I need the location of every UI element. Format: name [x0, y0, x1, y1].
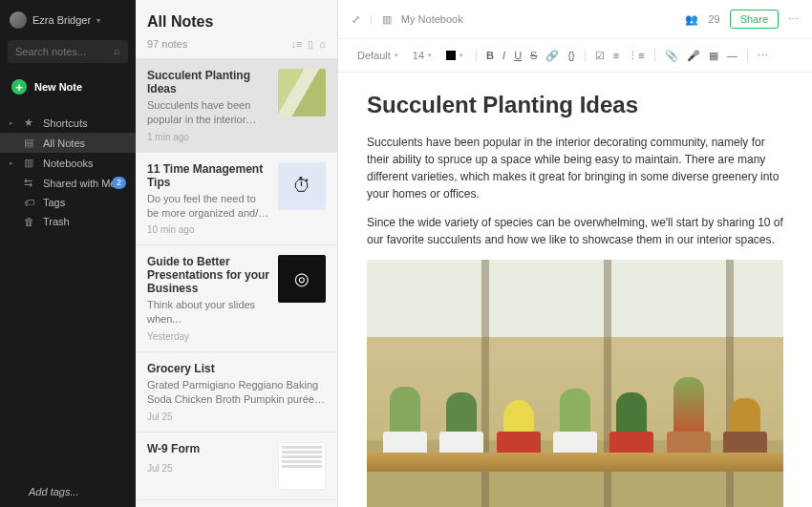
note-thumbnail: ⏱: [278, 162, 326, 210]
note-title: 11 Time Management Tips: [147, 162, 270, 189]
audio-icon[interactable]: 🎤: [684, 48, 703, 64]
note-title: Grocery List: [147, 362, 326, 375]
note-time: Yesterday: [147, 331, 270, 342]
nav-label: Notebooks: [43, 158, 94, 169]
nav-notebooks[interactable]: ▸ ▥ Notebooks: [0, 153, 136, 173]
more-icon[interactable]: ⋯: [788, 13, 799, 26]
underline-icon[interactable]: U: [511, 48, 524, 63]
nav-tags[interactable]: 🏷 Tags: [0, 193, 136, 212]
fontsize-dropdown[interactable]: 14▾: [407, 47, 438, 64]
people-icon: 👥: [685, 13, 698, 26]
bold-icon[interactable]: B: [483, 48, 497, 63]
nav-label: All Notes: [43, 137, 85, 149]
chevron-down-icon: ▾: [96, 16, 100, 25]
note-item[interactable]: Succulent Planting Ideas Succulents have…: [136, 59, 337, 153]
notes-title: All Notes: [136, 0, 337, 38]
table-icon[interactable]: ▦: [706, 48, 721, 64]
notes-count: 97 notes: [147, 38, 187, 51]
code-icon[interactable]: {}: [565, 48, 577, 63]
view-icon[interactable]: ▯: [308, 38, 313, 51]
plus-icon: +: [11, 79, 27, 95]
document-title[interactable]: Succulent Planting Ideas: [367, 92, 783, 118]
nav-label: Trash: [43, 216, 70, 227]
note-icon: ▤: [24, 137, 35, 149]
numbered-list-icon[interactable]: ⋮≡: [625, 48, 647, 64]
color-dropdown[interactable]: ▾: [440, 48, 469, 63]
nav-trash[interactable]: 🗑 Trash: [0, 212, 136, 231]
editor-header: ⤢ | ▥ My Notebook 👥 29 Share ⋯: [338, 0, 812, 39]
paragraph[interactable]: Succulents have been popular in the inte…: [367, 134, 783, 202]
notebook-icon: ▥: [382, 13, 392, 26]
notes-subheader: 97 notes ↓≡ ▯ ⌂: [136, 38, 337, 59]
note-time: Jul 25: [147, 463, 270, 474]
nav-shared[interactable]: ⇆ Shared with Me 2: [0, 173, 136, 193]
trash-icon: 🗑: [24, 216, 35, 227]
nav-label: Shared with Me: [43, 178, 116, 189]
chevron-down-icon: ▾: [428, 52, 432, 59]
editor-body[interactable]: Succulent Planting Ideas Succulents have…: [338, 73, 812, 507]
new-note-button[interactable]: + New Note: [8, 74, 128, 99]
note-item[interactable]: Guide to Better Presentations for your B…: [136, 245, 337, 352]
note-preview: Think about your slides when...: [147, 298, 270, 327]
search-input[interactable]: [8, 40, 128, 63]
checklist-icon[interactable]: ☑: [592, 48, 608, 64]
chevron-down-icon: ▾: [459, 52, 463, 59]
attach-icon[interactable]: 📎: [662, 48, 681, 64]
more-format-icon[interactable]: ⋯: [755, 48, 771, 64]
nav-shortcuts[interactable]: ▸ ★ Shortcuts: [0, 113, 136, 133]
new-note-label: New Note: [34, 81, 82, 93]
tags-input[interactable]: Add tags...: [0, 476, 812, 507]
sort-icon[interactable]: ↓≡: [290, 38, 302, 51]
shared-badge: 2: [112, 177, 126, 189]
bullet-list-icon[interactable]: ≡: [610, 48, 622, 63]
search-icon[interactable]: ⌕: [114, 45, 120, 56]
font-dropdown[interactable]: Default▾: [352, 47, 404, 64]
editor-toolbar: Default▾ 14▾ ▾ B I U S 🔗 {} ☑ ≡ ⋮≡ 📎 🎤 ▦…: [338, 39, 812, 73]
notebook-icon: ▥: [24, 157, 35, 169]
notebook-name[interactable]: My Notebook: [401, 13, 463, 25]
note-preview: Grated Parmigiano Reggiano Baking Soda C…: [147, 378, 326, 407]
shared-icon: ⇆: [24, 177, 35, 189]
caret-icon: ▸: [10, 119, 16, 127]
note-item[interactable]: Grocery List Grated Parmigiano Reggiano …: [136, 352, 337, 433]
expand-icon[interactable]: ⤢: [352, 13, 360, 26]
user-name: Ezra Bridger: [32, 14, 91, 26]
note-preview: Do you feel the need to be more organize…: [147, 192, 270, 221]
italic-icon[interactable]: I: [500, 48, 508, 63]
user-menu[interactable]: Ezra Bridger ▾: [0, 0, 136, 40]
divider-icon[interactable]: —: [724, 48, 740, 63]
filter-icon[interactable]: ⌂: [319, 38, 326, 51]
note-thumbnail: ◎: [278, 255, 326, 303]
note-title: W-9 Form: [147, 442, 270, 455]
share-button[interactable]: Share: [730, 10, 779, 29]
editor-panel: ⤢ | ▥ My Notebook 👥 29 Share ⋯ Default▾ …: [338, 0, 812, 507]
star-icon: ★: [24, 116, 35, 129]
avatar: [10, 11, 27, 29]
caret-icon: ▸: [10, 159, 16, 167]
nav-label: Tags: [43, 197, 65, 208]
note-preview: Succulents have been popular in the inte…: [147, 98, 270, 127]
tag-icon: 🏷: [24, 197, 35, 208]
notes-list: Succulent Planting Ideas Succulents have…: [136, 59, 337, 507]
link-icon[interactable]: 🔗: [543, 48, 562, 64]
note-time: Jul 25: [147, 412, 326, 422]
nav-label: Shortcuts: [43, 117, 87, 129]
note-title: Succulent Planting Ideas: [147, 69, 270, 95]
hero-image: [367, 260, 783, 507]
note-time: 1 min ago: [147, 132, 270, 142]
notes-controls: ↓≡ ▯ ⌂: [290, 38, 326, 51]
nav-all-notes[interactable]: ▤ All Notes: [0, 133, 136, 153]
share-count: 29: [708, 13, 719, 25]
search-container: ⌕: [8, 40, 128, 63]
notes-panel: All Notes 97 notes ↓≡ ▯ ⌂ Succulent Plan…: [136, 0, 338, 507]
note-title: Guide to Better Presentations for your B…: [147, 255, 270, 295]
nav: ▸ ★ Shortcuts ▤ All Notes ▸ ▥ Notebooks …: [0, 113, 136, 231]
note-time: 10 min ago: [147, 224, 270, 235]
sidebar: Ezra Bridger ▾ ⌕ + New Note ▸ ★ Shortcut…: [0, 0, 136, 507]
strike-icon[interactable]: S: [527, 48, 540, 63]
color-swatch: [446, 51, 456, 60]
note-thumbnail: [278, 69, 326, 116]
paragraph[interactable]: Since the wide variety of species can be…: [367, 214, 783, 248]
chevron-down-icon: ▾: [395, 52, 398, 59]
note-item[interactable]: 11 Time Management Tips Do you feel the …: [136, 153, 337, 246]
